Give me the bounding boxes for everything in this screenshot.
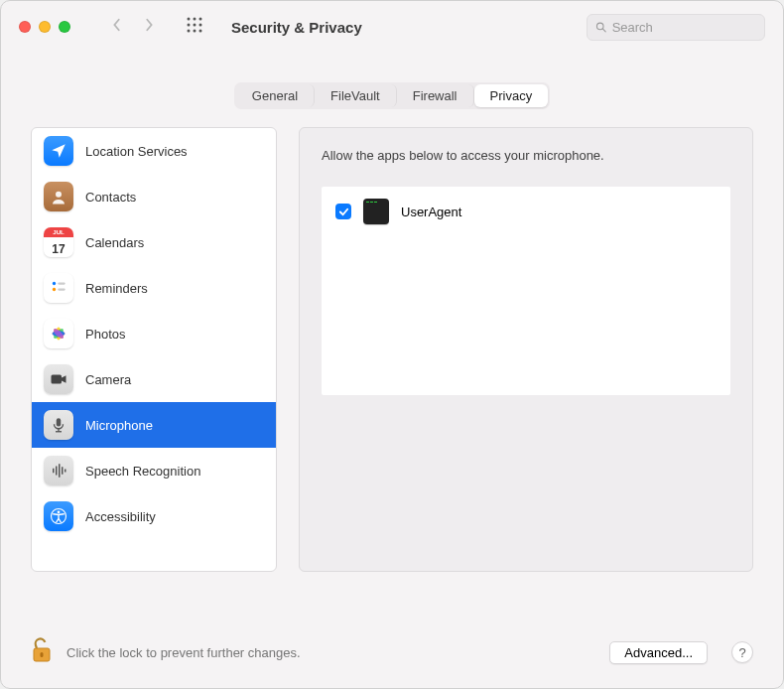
app-checkbox[interactable] <box>335 204 351 219</box>
sidebar-item-label: Accessibility <box>85 509 156 524</box>
app-name: UserAgent <box>401 205 461 219</box>
content-area: Location ServicesContactsJUL17CalendarsR… <box>1 109 783 615</box>
terminal-icon <box>363 199 389 224</box>
sidebar-item-label: Reminders <box>85 281 148 296</box>
search-field[interactable] <box>587 14 765 41</box>
sidebar-item-label: Location Services <box>85 144 188 159</box>
sidebar-item-label: Camera <box>85 372 131 387</box>
svg-point-12 <box>53 282 56 285</box>
camera-icon <box>44 364 73 394</box>
forward-button[interactable] <box>142 18 156 36</box>
calendar-icon: JUL17 <box>44 227 73 257</box>
advanced-button[interactable]: Advanced... <box>609 641 708 664</box>
sidebar-item-label: Speech Recognition <box>85 464 200 479</box>
minimize-window-button[interactable] <box>39 21 51 33</box>
contacts-icon <box>44 182 73 211</box>
svg-rect-28 <box>59 464 61 478</box>
svg-rect-26 <box>53 469 55 474</box>
lock-button[interactable] <box>31 636 53 668</box>
svg-point-32 <box>58 511 61 514</box>
sidebar-item-speech[interactable]: Speech Recognition <box>32 448 276 493</box>
preferences-window: Security & Privacy GeneralFileVaultFirew… <box>0 0 784 689</box>
svg-line-10 <box>602 28 605 31</box>
speech-icon <box>44 456 73 485</box>
reminders-icon <box>44 273 73 303</box>
svg-point-11 <box>56 192 62 198</box>
permission-hint: Allow the apps below to access your micr… <box>322 148 730 163</box>
sidebar-item-photos[interactable]: Photos <box>32 311 276 356</box>
sidebar-item-microphone[interactable]: Microphone <box>32 402 276 448</box>
app-list: UserAgent <box>322 187 730 395</box>
svg-point-6 <box>188 30 191 33</box>
sidebar-item-location[interactable]: Location Services <box>32 128 276 174</box>
sidebar-item-label: Contacts <box>85 190 136 205</box>
detail-pane: Allow the apps below to access your micr… <box>299 127 753 572</box>
sidebar-item-contacts[interactable]: Contacts <box>32 174 276 219</box>
show-all-button[interactable] <box>186 16 203 38</box>
svg-rect-23 <box>57 418 62 426</box>
nav-buttons <box>110 18 156 36</box>
svg-point-3 <box>188 24 191 27</box>
photos-icon <box>44 319 73 348</box>
footer: Click the lock to prevent further change… <box>1 636 783 688</box>
sidebar-item-accessibility[interactable]: Accessibility <box>32 493 276 539</box>
svg-point-8 <box>199 30 202 33</box>
tab-firewall[interactable]: Firewall <box>397 84 474 107</box>
window-title: Security & Privacy <box>231 19 362 36</box>
svg-point-4 <box>194 24 196 27</box>
lock-hint: Click the lock to prevent further change… <box>66 645 301 660</box>
sidebar-item-label: Calendars <box>85 235 144 250</box>
microphone-icon <box>44 410 73 440</box>
window-controls <box>19 21 70 33</box>
svg-rect-15 <box>58 288 65 290</box>
svg-point-1 <box>194 18 196 21</box>
search-input[interactable] <box>612 20 756 35</box>
back-button[interactable] <box>110 18 124 36</box>
svg-rect-22 <box>52 375 63 384</box>
svg-rect-13 <box>58 282 65 284</box>
sidebar-item-calendars[interactable]: JUL17Calendars <box>32 219 276 265</box>
svg-point-0 <box>188 18 191 21</box>
tab-filevault[interactable]: FileVault <box>315 84 397 107</box>
tab-bar: GeneralFileVaultFirewallPrivacy <box>1 82 783 109</box>
accessibility-icon <box>44 501 73 531</box>
tab-privacy[interactable]: Privacy <box>474 84 549 107</box>
svg-rect-27 <box>56 467 58 476</box>
tab-general[interactable]: General <box>236 84 315 107</box>
location-arrow-icon <box>44 136 73 166</box>
zoom-window-button[interactable] <box>59 21 70 33</box>
toolbar: Security & Privacy <box>1 1 783 53</box>
svg-point-14 <box>53 288 56 291</box>
svg-point-5 <box>199 24 202 27</box>
privacy-category-sidebar[interactable]: Location ServicesContactsJUL17CalendarsR… <box>31 127 277 572</box>
svg-rect-30 <box>65 470 66 473</box>
svg-point-2 <box>199 18 202 21</box>
sidebar-item-reminders[interactable]: Reminders <box>32 265 276 311</box>
search-icon <box>595 21 607 34</box>
sidebar-item-camera[interactable]: Camera <box>32 356 276 402</box>
svg-point-7 <box>194 30 196 33</box>
help-button[interactable]: ? <box>731 641 753 663</box>
svg-rect-34 <box>41 652 44 657</box>
close-window-button[interactable] <box>19 21 31 33</box>
sidebar-item-label: Microphone <box>85 418 153 433</box>
svg-rect-29 <box>62 467 64 475</box>
app-row: UserAgent <box>335 199 717 224</box>
sidebar-item-label: Photos <box>85 327 125 342</box>
